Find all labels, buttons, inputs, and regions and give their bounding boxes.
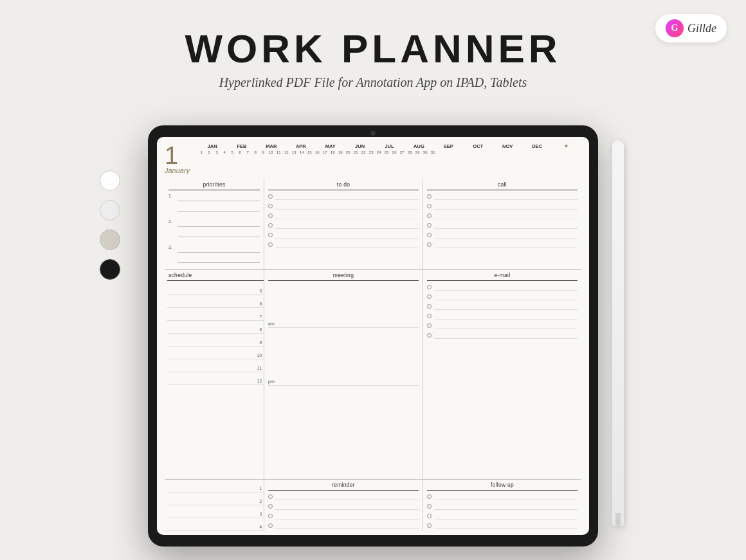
email-item-1 — [427, 283, 578, 291]
month-jun[interactable]: JUN — [345, 143, 375, 149]
followup-item-3 — [427, 512, 578, 519]
reminder-item-3 — [268, 512, 419, 519]
subtitle: Hyperlinked PDF File for Annotation App … — [0, 75, 746, 90]
reminder-checkbox-2[interactable] — [268, 504, 273, 509]
calendar-nav: JAN FEB MAR APR MAY JUN JUL AUG SEP OCT … — [197, 143, 581, 154]
priority-item-1: 1. — [168, 192, 260, 213]
month-jul[interactable]: JUL — [375, 143, 405, 149]
brand-icon-letter: G — [671, 23, 678, 33]
swatch-white[interactable] — [100, 170, 120, 191]
call-item-6 — [427, 240, 578, 248]
tablet-screen: 1 January JAN FEB MAR APR MAY JUN JUL AU… — [157, 137, 589, 535]
todo-item-4 — [268, 221, 419, 229]
title-area: WORK PLANNER Hyperlinked PDF File for An… — [0, 0, 746, 90]
time-label-11: 11 — [167, 366, 264, 372]
time-row-7: 7 — [167, 308, 264, 321]
reminder-checkbox-4[interactable] — [268, 523, 273, 528]
followup-item-2 — [427, 502, 578, 510]
time-label-12: 12 — [167, 379, 264, 384]
call-item-3 — [427, 212, 578, 219]
tablet-container: 1 January JAN FEB MAR APR MAY JUN JUL AU… — [148, 125, 598, 546]
email-checkbox-4[interactable] — [427, 314, 432, 318]
main-title: WORK PLANNER — [0, 26, 746, 71]
planner: 1 January JAN FEB MAR APR MAY JUN JUL AU… — [157, 137, 589, 535]
month-nov[interactable]: NOV — [493, 143, 522, 149]
call-item-1 — [427, 192, 578, 200]
reminder-checkbox-3[interactable] — [268, 514, 273, 518]
email-checkbox-6[interactable] — [427, 333, 432, 338]
swatch-beige[interactable] — [100, 230, 120, 250]
priority-item-2: 2. — [168, 218, 260, 239]
todo-checkbox-6[interactable] — [268, 242, 273, 247]
todo-column: to do — [264, 179, 423, 269]
email-checkbox-3[interactable] — [427, 304, 432, 309]
followup-header: follow up — [427, 480, 578, 491]
todo-item-1 — [268, 192, 419, 200]
priorities-column: priorities 1. 2. — [165, 179, 264, 269]
time-label-1pm: 1 — [167, 486, 264, 492]
priority-num-2: 2. — [168, 219, 175, 224]
todo-checkbox-5[interactable] — [268, 233, 273, 237]
month-sep[interactable]: SEP — [433, 143, 463, 149]
call-checkbox-4[interactable] — [427, 223, 432, 228]
call-checkbox-5[interactable] — [427, 233, 432, 237]
swatch-light[interactable] — [100, 200, 120, 221]
schedule-bottom: 1 2 3 4 — [165, 480, 264, 531]
call-item-2 — [427, 202, 578, 210]
meeting-block-pm: pm — [268, 328, 419, 386]
todo-header: to do — [268, 179, 419, 190]
todo-checkbox-1[interactable] — [268, 194, 273, 199]
time-row-2pm: 2 — [167, 492, 264, 505]
call-checkbox-2[interactable] — [427, 204, 432, 208]
todo-checkbox-2[interactable] — [268, 204, 273, 208]
time-row-4pm: 4 — [167, 518, 264, 531]
add-month-icon[interactable]: ✦ — [552, 143, 581, 149]
month-dec[interactable]: DEC — [522, 143, 552, 149]
call-item-5 — [427, 231, 578, 239]
month-jan[interactable]: JAN — [197, 143, 227, 149]
email-checkbox-5[interactable] — [427, 323, 432, 328]
call-column: call — [423, 179, 581, 269]
meeting-column: meeting am pm — [264, 270, 423, 479]
time-label-4pm: 4 — [167, 525, 264, 530]
dates-row: 1234567891011121314151617181920212223242… — [197, 150, 581, 154]
time-label-3pm: 3 — [167, 512, 264, 518]
followup-checkbox-1[interactable] — [427, 494, 432, 499]
months-row: JAN FEB MAR APR MAY JUN JUL AUG SEP OCT … — [197, 143, 581, 149]
brand-icon: G — [666, 19, 684, 37]
email-checkbox-2[interactable] — [427, 294, 432, 299]
call-checkbox-3[interactable] — [427, 213, 432, 218]
todo-item-2 — [268, 202, 419, 210]
email-checkbox-1[interactable] — [427, 285, 432, 289]
day-number: 1 — [165, 143, 190, 168]
tablet-outer: 1 January JAN FEB MAR APR MAY JUN JUL AU… — [148, 125, 598, 546]
schedule-column: schedule 5 6 7 8 9 10 11 12 — [165, 270, 264, 479]
month-may[interactable]: MAY — [316, 143, 345, 149]
top-section: priorities 1. 2. — [165, 179, 581, 270]
todo-checkbox-3[interactable] — [268, 213, 273, 218]
month-feb[interactable]: FEB — [227, 143, 257, 149]
month-oct[interactable]: OCT — [463, 143, 493, 149]
month-apr[interactable]: APR — [286, 143, 316, 149]
swatch-black[interactable] — [100, 259, 120, 280]
followup-item-1 — [427, 492, 578, 500]
todo-checkbox-4[interactable] — [268, 223, 273, 228]
time-label-7: 7 — [167, 314, 264, 320]
time-row-1pm: 1 — [167, 480, 264, 492]
reminder-item-4 — [268, 521, 419, 529]
call-checkbox-1[interactable] — [427, 194, 432, 199]
stylus — [612, 140, 624, 526]
month-aug[interactable]: AUG — [404, 143, 433, 149]
brand-badge: G Gillde — [655, 14, 727, 42]
followup-checkbox-4[interactable] — [427, 523, 432, 528]
followup-checkbox-2[interactable] — [427, 504, 432, 509]
planner-header: 1 January JAN FEB MAR APR MAY JUN JUL AU… — [165, 143, 581, 174]
color-swatches — [100, 170, 120, 280]
middle-section: schedule 5 6 7 8 9 10 11 12 meeting — [165, 270, 581, 479]
time-row-10: 10 — [167, 347, 264, 359]
time-row-11: 11 — [167, 359, 264, 372]
month-mar[interactable]: MAR — [257, 143, 286, 149]
followup-checkbox-3[interactable] — [427, 514, 432, 518]
call-checkbox-6[interactable] — [427, 242, 432, 247]
reminder-checkbox-1[interactable] — [268, 494, 273, 499]
